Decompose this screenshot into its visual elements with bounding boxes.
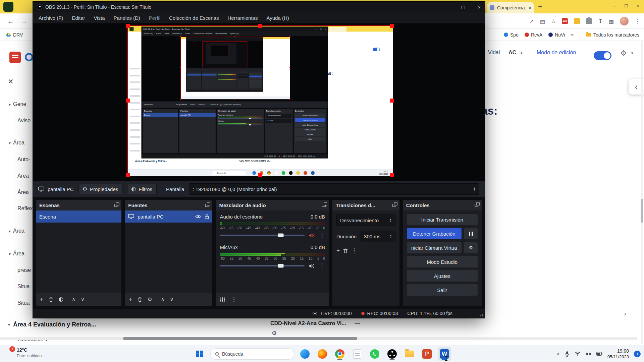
add-source-icon[interactable]: + — [129, 296, 132, 303]
restore-icon[interactable]: □ — [625, 3, 628, 8]
page-close-icon[interactable]: × — [8, 76, 13, 87]
area4-section-title[interactable]: ▾Área 4 Evaluación y Retroa... — [8, 321, 96, 328]
taskbar-powerpoint[interactable]: P — [420, 347, 434, 361]
horizontal-scrollbar-thumb[interactable] — [123, 337, 357, 340]
taskbar-obs[interactable] — [385, 347, 399, 361]
mute-speaker-icon[interactable] — [309, 233, 315, 238]
sidebar-item-area3[interactable]: Área — [17, 189, 29, 195]
filters-button[interactable]: Filtros — [127, 184, 157, 194]
channel-kebab-icon[interactable]: ⋮ — [319, 232, 325, 238]
exit-button[interactable]: Salir — [407, 284, 478, 296]
popout-icon[interactable] — [475, 204, 478, 207]
extensions-puzzle-icon[interactable] — [586, 18, 592, 24]
remove-source-icon[interactable] — [138, 297, 142, 302]
start-streaming-button[interactable]: Iniciar Transmisión — [407, 214, 478, 225]
apps-grid-icon[interactable]: ▦ — [609, 18, 614, 24]
close-icon[interactable]: × — [636, 3, 639, 8]
taskbar-document-app[interactable] — [351, 347, 364, 361]
new-tab-button[interactable]: + — [538, 3, 542, 11]
advanced-audio-icon[interactable] — [220, 297, 225, 302]
remove-scene-icon[interactable] — [49, 297, 53, 302]
selected-source-capture[interactable]: cias: OBS 29.1.3 - Perfil: Sin Título - … — [127, 25, 392, 176]
taskbar-clock[interactable]: 19:00 05/11/2023 — [607, 348, 629, 360]
browser-tab[interactable]: Competencia... × — [487, 2, 534, 13]
move-down-icon[interactable]: ∨ — [170, 296, 174, 302]
collapse-minus-icon[interactable]: — — [355, 320, 360, 326]
scene-list-item[interactable]: Escena — [36, 210, 121, 223]
add-scene-icon[interactable]: + — [40, 296, 43, 303]
visibility-eye-icon[interactable] — [195, 215, 201, 219]
maximize-icon[interactable]: □ — [461, 4, 464, 10]
microphone-icon[interactable] — [565, 351, 570, 357]
bookmark-reva[interactable]: RevA — [525, 32, 542, 38]
weather-widget[interactable]: 12°C Parc. nublado — [17, 347, 42, 359]
tray-chevron-up-icon[interactable]: ∧ — [556, 351, 560, 356]
sidebar-item-area4[interactable]: ▾Área — [9, 228, 24, 234]
virtual-camera-settings-button[interactable]: ⚙ — [464, 242, 478, 253]
menu-ayuda[interactable]: Ayuda (H) — [262, 15, 293, 21]
slider-knob[interactable] — [278, 264, 284, 268]
bookmarks-overflow-icon[interactable]: » — [571, 32, 574, 38]
browser-menu-kebab-icon[interactable]: ⋮ — [635, 18, 640, 24]
sidebar-item-general[interactable]: ▾Gene — [9, 101, 26, 107]
sidebar-item-reflexion[interactable]: Reflex — [17, 205, 33, 212]
properties-button[interactable]: ⚙ Propiedades — [78, 184, 123, 194]
menu-coleccion[interactable]: Colección de Escenas — [165, 15, 223, 21]
settings-button[interactable]: Ajustes — [407, 270, 478, 282]
start-button[interactable] — [193, 347, 206, 361]
adblock-extension-icon[interactable]: ABP — [562, 18, 568, 24]
next-page-chevron-icon[interactable]: › — [624, 310, 626, 317]
taskbar-edge[interactable] — [298, 347, 312, 361]
scene-filters-icon[interactable] — [59, 297, 63, 302]
user-menu-chevron-icon[interactable]: ▾ — [521, 51, 523, 55]
yellow-extension-icon[interactable] — [574, 18, 580, 24]
move-down-icon[interactable]: ∨ — [81, 296, 85, 302]
move-up-icon[interactable]: ∧ — [161, 296, 165, 302]
move-up-icon[interactable]: ∧ — [72, 296, 75, 302]
obs-titlebar[interactable]: OBS 29.1.3 - Perfil: Sin Título - Escena… — [33, 2, 485, 12]
sidebar-item-auto[interactable]: Auto- — [17, 157, 30, 163]
resize-grip[interactable] — [479, 313, 483, 316]
bookmark-star-icon[interactable]: ☆ — [551, 18, 556, 24]
sidebar-item-avisos[interactable]: Aviso — [17, 118, 31, 124]
sidebar-item-presentacion[interactable]: prese — [17, 267, 31, 273]
sidebar-item-area1[interactable]: ▾Área — [9, 140, 24, 146]
volume-slider[interactable] — [220, 265, 305, 266]
menu-perfil[interactable]: Perfil — [145, 15, 165, 21]
start-virtual-camera-button[interactable]: niciar Cámara Virtua — [407, 242, 462, 253]
duration-input[interactable]: 300 ms ▲▼ — [361, 231, 395, 242]
transition-select[interactable]: Desvanecimiento ▲▼ — [336, 215, 395, 226]
madrid-logo[interactable] — [9, 52, 21, 63]
selection-handle[interactable] — [390, 173, 394, 177]
user-initials[interactable]: AC — [508, 50, 516, 56]
popout-icon[interactable] — [322, 204, 326, 207]
taskbar-search[interactable]: Búsqueda — [210, 348, 294, 360]
taskbar-chrome[interactable] — [333, 347, 346, 361]
taskbar-whatsapp[interactable] — [368, 347, 381, 361]
menu-vista[interactable]: Vista — [90, 15, 109, 21]
volume-icon[interactable] — [586, 352, 591, 356]
bookmark-nuvi[interactable]: NuVi — [548, 32, 565, 38]
minimize-icon[interactable]: – — [445, 4, 448, 10]
selection-handle[interactable] — [258, 24, 262, 28]
tab-close-icon[interactable]: × — [528, 5, 531, 11]
notification-count-badge[interactable]: 1 — [634, 351, 641, 357]
studio-mode-button[interactable]: Modo Estudio — [407, 256, 478, 267]
menu-archivo[interactable]: Archivo (F) — [34, 15, 67, 21]
taskbar-explorer[interactable] — [403, 347, 416, 361]
channel-kebab-icon[interactable]: ⋮ — [319, 263, 325, 269]
battery-icon[interactable] — [596, 352, 602, 356]
menu-editar[interactable]: Editar — [67, 15, 89, 21]
taskbar-word[interactable]: W — [438, 347, 451, 361]
bookmark-drv[interactable]: DRV — [6, 32, 23, 38]
sidebar-item-situacion2[interactable]: Situa — [17, 300, 30, 306]
downloads-icon[interactable]: ↧ — [598, 18, 602, 24]
source-list-item[interactable]: pantalla PC — [125, 210, 212, 223]
bookmark-spo[interactable]: Spo — [504, 32, 519, 38]
minimize-icon[interactable]: – — [613, 3, 616, 8]
sidebar-item-situacion1[interactable]: Situa — [17, 284, 30, 290]
workspace-chip[interactable] — [3, 2, 13, 12]
selection-handle[interactable] — [126, 173, 130, 177]
selection-handle[interactable] — [390, 24, 394, 28]
sidebar-item-area5[interactable]: ▾Área — [9, 251, 24, 257]
